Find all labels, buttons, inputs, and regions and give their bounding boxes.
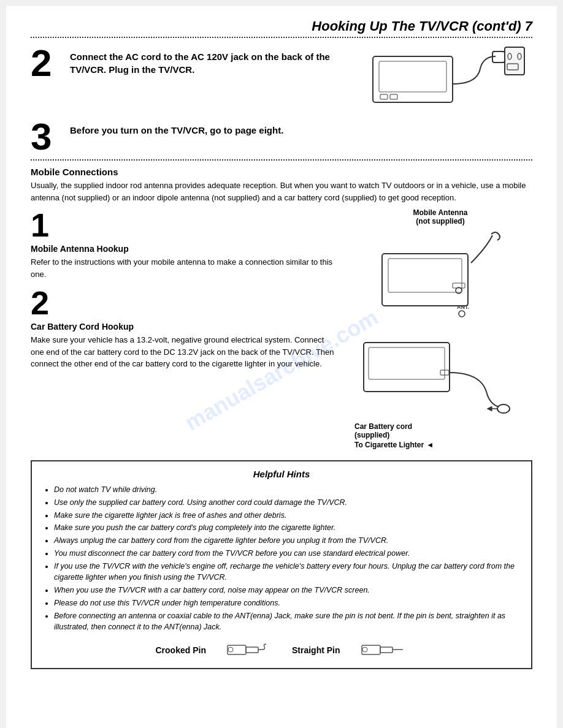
mobile-step-2-number: 2 xyxy=(31,286,336,319)
svg-rect-20 xyxy=(228,645,246,654)
antenna-svg: ANT. xyxy=(358,229,523,336)
svg-rect-16 xyxy=(369,347,445,379)
mobile-antenna-label: Mobile Antenna (not supplied) xyxy=(413,208,468,226)
helpful-hints-box: Helpful Hints Do not watch TV while driv… xyxy=(31,460,532,669)
mobile-step-2-subtitle: Car Battery Cord Hookup xyxy=(31,322,336,332)
page: manualsarchive.com Hooking Up The TV/VCR… xyxy=(6,6,557,728)
svg-rect-1 xyxy=(379,61,446,92)
step-2-content: Connect the AC cord to the AC 120V jack … xyxy=(70,44,354,76)
step-2-illustration xyxy=(361,44,532,112)
step-3-section: 3 Before you turn on the TV/VCR, go to p… xyxy=(31,118,532,156)
hint-item: Do not watch TV while driving. xyxy=(54,484,521,496)
mobile-step-1-subtitle: Mobile Antenna Hookup xyxy=(31,244,336,254)
crooked-pin-label: Crooked Pin xyxy=(155,645,205,655)
step-3-number: 3 xyxy=(31,118,61,156)
svg-rect-3 xyxy=(390,94,397,99)
divider-mid xyxy=(31,159,532,161)
page-title: Hooking Up The TV/VCR (cont'd) 7 xyxy=(31,18,532,34)
step-2-text: Connect the AC cord to the AC 120V jack … xyxy=(70,50,354,76)
straight-pin-label: Straight Pin xyxy=(292,645,340,655)
svg-rect-15 xyxy=(364,343,450,392)
svg-text:ANT.: ANT. xyxy=(457,304,469,310)
svg-rect-9 xyxy=(382,254,468,306)
svg-rect-5 xyxy=(505,47,524,75)
svg-rect-24 xyxy=(380,647,393,653)
step-3-content: Before you turn on the TV/VCR, go to pag… xyxy=(70,118,532,137)
mobile-step-1-body: Refer to the instructions with your mobi… xyxy=(31,256,336,280)
car-battery-svg xyxy=(358,336,523,422)
step-2-section: 2 Connect the AC cord to the AC 120V jac… xyxy=(31,44,532,112)
helpful-hints-title: Helpful Hints xyxy=(42,469,521,479)
mobile-two-col: 1 Mobile Antenna Hookup Refer to the ins… xyxy=(31,208,532,449)
car-battery-cord-label: Car Battery cord (supplied) xyxy=(348,422,532,439)
svg-point-26 xyxy=(362,647,367,652)
svg-rect-10 xyxy=(388,259,462,292)
mobile-step-1-number: 1 xyxy=(31,208,336,241)
svg-rect-21 xyxy=(246,647,258,653)
straight-pin-svg xyxy=(359,639,408,661)
mobile-connections-title: Mobile Connections xyxy=(31,167,532,177)
hint-item: You must disconnect the car battery cord… xyxy=(54,548,521,559)
svg-point-18 xyxy=(497,404,510,413)
hint-item: When you use the TV/VCR with a car batte… xyxy=(54,585,521,596)
hint-item: If you use the TV/VCR with the vehicle's… xyxy=(54,561,521,584)
mobile-connections-body: Usually, the supplied indoor rod antenna… xyxy=(31,180,532,203)
hint-item: Always unplug the car battery cord from … xyxy=(54,535,521,547)
step-2-number: 2 xyxy=(31,44,61,82)
cigarette-lighter-label: To Cigarette Lighter ◄ xyxy=(348,441,532,449)
hint-item: Use only the supplied car battery cord. … xyxy=(54,497,521,509)
step-3-text: Before you turn on the TV/VCR, go to pag… xyxy=(70,124,532,137)
left-column: 1 Mobile Antenna Hookup Refer to the ins… xyxy=(31,208,348,449)
hint-item: Before connecting an antenna or coaxial … xyxy=(54,610,521,634)
ac-cord-svg xyxy=(367,44,526,112)
divider-top xyxy=(31,37,532,38)
svg-rect-23 xyxy=(362,645,380,654)
hints-list: Do not watch TV while driving. Use only … xyxy=(42,484,521,633)
right-column: Mobile Antenna (not supplied) ANT. xyxy=(348,208,532,449)
hint-item: Make sure the cigarette lighter jack is … xyxy=(54,510,521,521)
crooked-pin-svg xyxy=(224,639,274,661)
svg-rect-2 xyxy=(380,94,388,99)
pin-row: Crooked Pin Straight Pin xyxy=(42,639,521,661)
svg-point-22 xyxy=(228,647,233,652)
mobile-step-2-body: Make sure your vehicle has a 13.2-volt, … xyxy=(31,334,336,370)
svg-point-14 xyxy=(459,311,465,317)
hint-item: Please do not use this TV/VCR under high… xyxy=(54,597,521,609)
hint-item: Make sure you push the car battery cord'… xyxy=(54,522,521,534)
svg-rect-0 xyxy=(373,56,453,102)
